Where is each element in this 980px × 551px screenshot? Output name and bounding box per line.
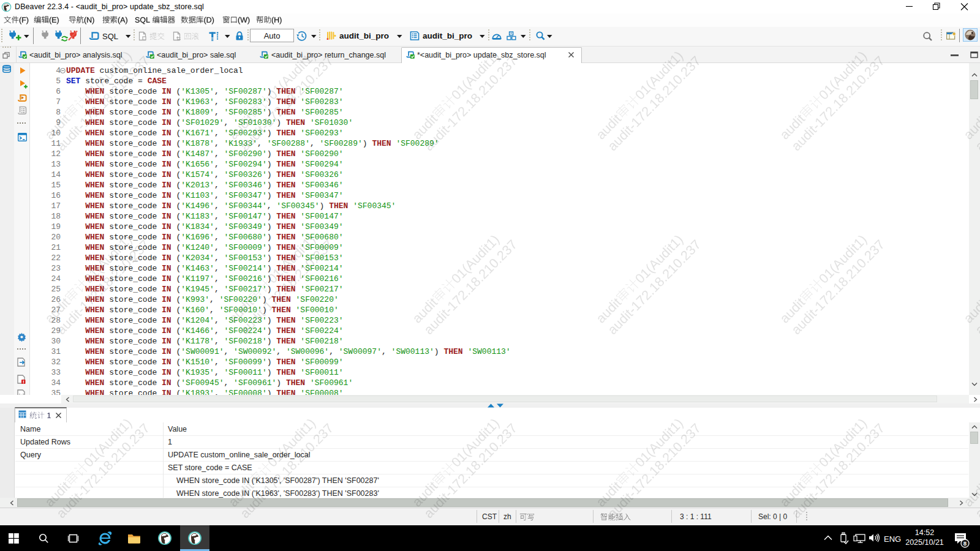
svg-text:8: 8 — [963, 540, 967, 547]
